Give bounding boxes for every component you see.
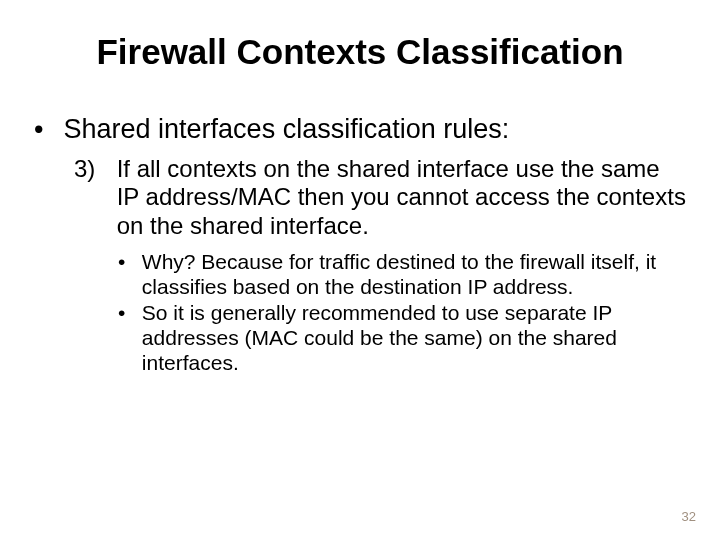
numbered-item: 3) If all contexts on the shared interfa…	[74, 155, 690, 240]
bullet-marker: •	[34, 114, 56, 145]
slide-title: Firewall Contexts Classification	[30, 32, 690, 72]
sub-bullet-2: • So it is generally recommended to use …	[118, 301, 690, 375]
sub-bullet-1-text: Why? Because for traffic destined to the…	[142, 250, 690, 300]
numbered-item-text: If all contexts on the shared interface …	[117, 155, 687, 240]
numbered-marker: 3)	[74, 155, 110, 183]
bullet-marker: •	[118, 250, 136, 274]
bullet-marker: •	[118, 301, 136, 325]
sub-bullet-2-text: So it is generally recommended to use se…	[142, 301, 690, 375]
bullet-level1: • Shared interfaces classification rules…	[34, 114, 690, 145]
sub-bullet-1: • Why? Because for traffic destined to t…	[118, 250, 690, 300]
bullet-level1-text: Shared interfaces classification rules:	[64, 114, 684, 145]
page-number: 32	[682, 509, 696, 524]
